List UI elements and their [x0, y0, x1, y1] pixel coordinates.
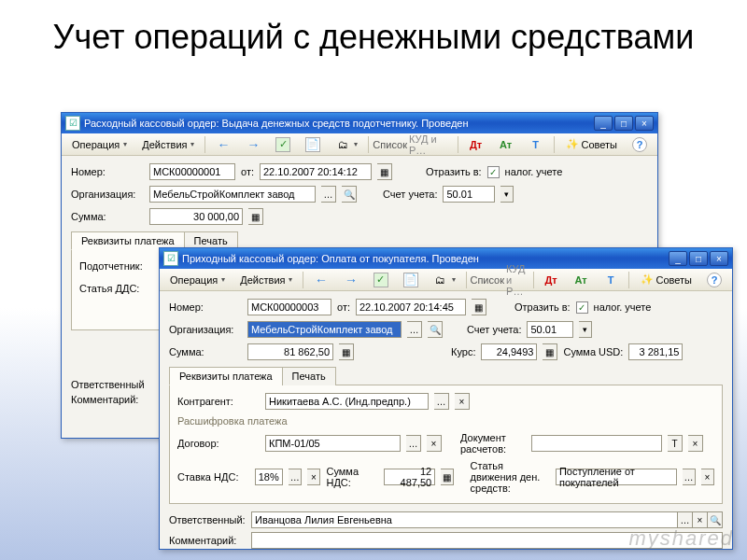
contr-input[interactable]: Никитаева А.С. (Инд.предпр.): [265, 393, 429, 410]
advice-button[interactable]: ✨Советы: [558, 134, 624, 155]
nds-sum-calc-button[interactable]: ▦: [441, 469, 454, 485]
account-drop-button[interactable]: ▾: [500, 186, 514, 203]
comment-label: Комментарий:: [169, 535, 251, 546]
reflect-label: Отразить в:: [514, 301, 571, 313]
doc-clear-button[interactable]: ×: [688, 435, 703, 452]
dtkt-button[interactable]: Дт: [537, 270, 565, 290]
dds-move-clear-button[interactable]: ×: [701, 469, 714, 485]
account-input[interactable]: 50.01: [443, 186, 495, 203]
structure-t-button[interactable]: Т: [522, 134, 550, 155]
tab-print[interactable]: Печать: [282, 367, 336, 385]
slide-title: Учет операций с денежными средствами: [0, 0, 747, 65]
sum-usd-label: Сумма USD:: [563, 346, 623, 357]
org-lookup-button[interactable]: …: [321, 186, 336, 203]
help-button[interactable]: ?: [626, 134, 654, 155]
actions-menu[interactable]: Действия: [135, 136, 201, 153]
dds-move-input[interactable]: Поступление от покупателей: [556, 469, 677, 485]
date-input[interactable]: 22.10.2007 20:14:45: [356, 299, 466, 315]
kurs-calc-button[interactable]: ▦: [543, 343, 557, 360]
contr-label: Контрагент:: [177, 396, 260, 407]
nav-next-button[interactable]: →: [239, 134, 267, 155]
operation-menu[interactable]: Операция: [65, 136, 134, 153]
account-input[interactable]: 50.01: [527, 321, 573, 338]
atkt-icon: Ат: [573, 273, 588, 287]
titlebar[interactable]: ☑ Расходный кассовый ордер: Выдача денеж…: [62, 113, 657, 133]
resp-input[interactable]: Иванцова Лилия Евгеньевна: [251, 511, 678, 528]
resp-lookup-button[interactable]: …: [678, 511, 693, 528]
operation-menu[interactable]: Операция: [163, 272, 232, 288]
date-picker-button[interactable]: ▦: [377, 163, 392, 180]
nav-prev-button[interactable]: ←: [209, 134, 237, 155]
nav-next-button[interactable]: →: [337, 270, 365, 290]
report-button[interactable]: 📄: [397, 270, 425, 290]
structure-t-button[interactable]: Т: [597, 270, 625, 290]
dogovor-input[interactable]: КПМ-01/05: [265, 435, 401, 452]
dds-label: Статья ДДС:: [79, 283, 162, 294]
doc-input[interactable]: [531, 435, 662, 452]
wand-icon: ✨: [640, 273, 655, 287]
date-input[interactable]: 22.10.2007 20:14:12: [260, 163, 372, 180]
close-button[interactable]: ×: [710, 251, 728, 266]
actions-menu[interactable]: Действия: [233, 272, 299, 288]
date-picker-button[interactable]: ▦: [472, 299, 486, 315]
nds-input[interactable]: 18%: [255, 469, 284, 485]
arrow-left-icon: ←: [314, 273, 329, 287]
contr-clear-button[interactable]: ×: [455, 393, 470, 410]
org-lookup-button[interactable]: …: [407, 321, 422, 338]
help-button[interactable]: ?: [700, 270, 728, 290]
org-input[interactable]: МебельСтройКомплект завод: [149, 186, 316, 203]
nav-prev-button[interactable]: ←: [307, 270, 335, 290]
tax-checkbox[interactable]: ✓: [487, 166, 500, 178]
comment-input[interactable]: [251, 532, 723, 549]
doc-label: Документ расчетов:: [460, 432, 526, 455]
org-search-button[interactable]: 🔍: [342, 186, 357, 203]
resp-search-button[interactable]: 🔍: [708, 511, 723, 528]
post-button[interactable]: ✓: [367, 270, 395, 290]
maximize-button[interactable]: □: [689, 251, 708, 266]
tax-checkbox[interactable]: ✓: [576, 301, 588, 314]
struct-icon: 🗂: [335, 137, 350, 152]
number-input[interactable]: МСК00000003: [247, 299, 331, 315]
sum-input[interactable]: 30 000,00: [149, 208, 243, 225]
window-income-order: ☑ Приходный кассовый ордер: Оплата от по…: [159, 247, 733, 550]
dogovor-clear-button[interactable]: ×: [427, 435, 442, 452]
toolbar: Операция Действия ← → ✓ 📄 🗂 Список КУД и…: [160, 269, 732, 291]
maximize-button[interactable]: □: [614, 116, 633, 131]
minimize-button[interactable]: _: [669, 251, 687, 266]
report-button[interactable]: 📄: [299, 134, 327, 155]
struct-button[interactable]: 🗂: [329, 134, 364, 155]
dds-move-lookup-button[interactable]: …: [683, 469, 696, 485]
dogovor-lookup-button[interactable]: …: [406, 435, 421, 452]
post-button[interactable]: ✓: [269, 134, 297, 155]
struct-button[interactable]: 🗂: [427, 270, 462, 290]
titlebar[interactable]: ☑ Приходный кассовый ордер: Оплата от по…: [160, 248, 732, 269]
kurs-input[interactable]: 24,9493: [481, 343, 537, 360]
tab-requisites[interactable]: Реквизиты платежа: [169, 367, 283, 385]
org-search-button[interactable]: 🔍: [428, 321, 443, 338]
minimize-button[interactable]: _: [594, 116, 613, 131]
atkt-button[interactable]: Ат: [567, 270, 595, 290]
nds-lookup-button[interactable]: …: [289, 469, 302, 485]
sum-usd-input[interactable]: 3 281,15: [628, 343, 683, 360]
number-input[interactable]: МСК00000001: [149, 163, 235, 180]
contr-lookup-button[interactable]: …: [434, 393, 449, 410]
resp-clear-button[interactable]: ×: [693, 511, 708, 528]
toolbar: Операция Действия ← → ✓ 📄 🗂 Список КУД и…: [62, 133, 657, 156]
kurs-label: Курс:: [451, 346, 475, 357]
from-label: от:: [241, 166, 254, 177]
nds-sum-input[interactable]: 12 487,50: [384, 469, 435, 485]
sum-input[interactable]: 81 862,50: [247, 343, 333, 360]
org-input[interactable]: МебельСтройКомплект завод: [247, 321, 402, 338]
advice-button[interactable]: ✨Советы: [633, 270, 698, 290]
sum-calc-button[interactable]: ▦: [339, 343, 354, 360]
org-label: Организация:: [169, 324, 242, 335]
doc-t-button[interactable]: T: [668, 435, 683, 452]
account-drop-button[interactable]: ▾: [579, 321, 592, 338]
atkt-button[interactable]: Ат: [492, 134, 520, 155]
dtkt-button[interactable]: Дт: [462, 134, 490, 155]
list-label: Список: [470, 274, 504, 286]
nds-clear-button[interactable]: ×: [307, 469, 320, 485]
close-button[interactable]: ×: [635, 116, 654, 131]
document-icon: ☑: [163, 251, 178, 266]
sum-calc-button[interactable]: ▦: [248, 208, 263, 225]
